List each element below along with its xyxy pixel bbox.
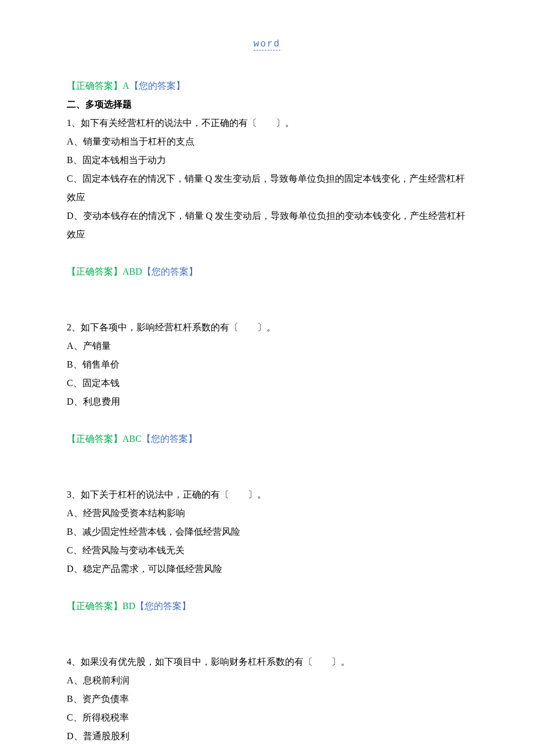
option: A、息税前利润 xyxy=(67,671,467,690)
question-stem: 3、如下关于杠杆的说法中，正确的有〔 〕。 xyxy=(67,485,467,504)
question-stem: 4、如果没有优先股，如下项目中，影响财务杠杆系数的有〔 〕。 xyxy=(67,653,467,671)
header-text: word xyxy=(254,39,280,51)
option: B、资产负债率 xyxy=(67,690,467,708)
answer-line: 【正确答案】ABD【您的答案】 xyxy=(67,262,467,281)
page-header: word xyxy=(67,35,467,53)
your-answer-label: 【您的答案】 xyxy=(142,267,198,276)
option: A、产销量 xyxy=(67,337,467,355)
option: C、经营风险与变动本钱无关 xyxy=(67,541,467,560)
correct-answer-label: 【正确答案】 xyxy=(67,601,122,611)
correct-answer-value: BD xyxy=(122,601,135,611)
option: C、固定本钱 xyxy=(67,374,467,393)
answer-line: 【正确答案】ABC【您的答案】 xyxy=(67,430,467,448)
option: B、固定本钱相当于动力 xyxy=(67,151,467,170)
option: A、销量变动相当于杠杆的支点 xyxy=(67,132,467,151)
prev-answer-line: 【正确答案】A【您的答案】 xyxy=(67,77,467,95)
answer-line: 【正确答案】BD【您的答案】 xyxy=(67,597,467,615)
correct-answer-label: 【正确答案】 xyxy=(67,267,122,276)
your-answer-label: 【您的答案】 xyxy=(135,601,191,611)
option: D、变动本钱存在的情况下，销量 Q 发生变动后，导致每单位负担的变动本钱变化，产… xyxy=(67,207,467,244)
correct-answer-value: ABD xyxy=(122,267,142,276)
question-stem: 2、如下各项中，影响经营杠杆系数的有〔 〕。 xyxy=(67,318,467,337)
correct-answer-value: ABC xyxy=(122,434,142,444)
option: C、固定本钱存在的情况下，销量 Q 发生变动后，导致每单位负担的固定本钱变化，产… xyxy=(67,170,467,207)
section-title: 二、多项选择题 xyxy=(67,95,467,114)
option: B、销售单价 xyxy=(67,355,467,374)
option: B、减少固定性经营本钱，会降低经营风险 xyxy=(67,523,467,541)
correct-answer-label: 【正确答案】 xyxy=(67,434,122,444)
option: C、所得税税率 xyxy=(67,708,467,727)
option: D、利息费用 xyxy=(67,393,467,411)
your-answer-label: 【您的答案】 xyxy=(129,81,185,91)
correct-answer-value: A xyxy=(122,81,129,91)
option: D、普通股股利 xyxy=(67,727,467,746)
option: D、稳定产品需求，可以降低经营风险 xyxy=(67,560,467,578)
question-stem: 1、如下有关经营杠杆的说法中，不正确的有〔 〕。 xyxy=(67,114,467,132)
your-answer-label: 【您的答案】 xyxy=(142,434,197,444)
option: A、经营风险受资本结构影响 xyxy=(67,504,467,523)
correct-answer-label: 【正确答案】 xyxy=(67,81,122,91)
